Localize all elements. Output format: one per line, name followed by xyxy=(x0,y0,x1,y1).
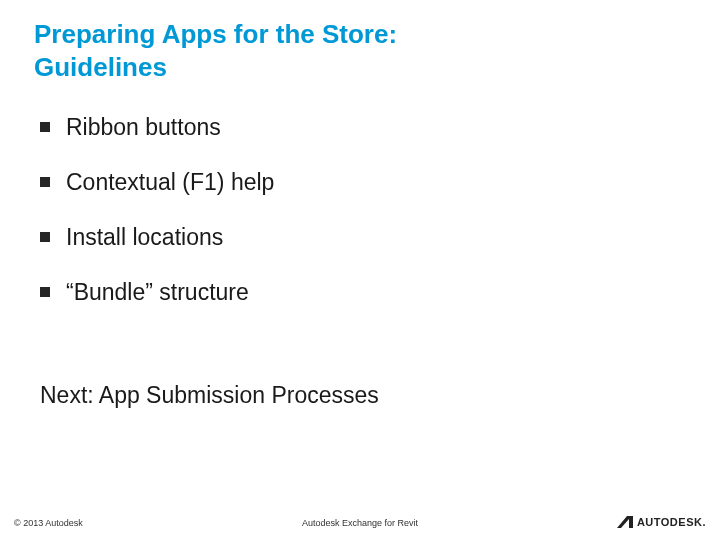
list-item-label: Ribbon buttons xyxy=(66,114,221,141)
list-item: “Bundle” structure xyxy=(40,279,680,306)
bullet-marker xyxy=(40,177,50,187)
list-item: Ribbon buttons xyxy=(40,114,680,141)
bullet-marker xyxy=(40,287,50,297)
list-item-label: Contextual (F1) help xyxy=(66,169,274,196)
bullet-list: Ribbon buttons Contextual (F1) help Inst… xyxy=(40,114,680,334)
next-line: Next: App Submission Processes xyxy=(40,382,379,409)
brand-logo: AUTODESK. xyxy=(617,516,706,528)
copyright-text: © 2013 Autodesk xyxy=(14,518,83,528)
list-item: Contextual (F1) help xyxy=(40,169,680,196)
list-item: Install locations xyxy=(40,224,680,251)
bullet-marker xyxy=(40,122,50,132)
brand-text: AUTODESK. xyxy=(637,516,706,528)
autodesk-icon xyxy=(617,516,633,528)
list-item-label: “Bundle” structure xyxy=(66,279,249,306)
list-item-label: Install locations xyxy=(66,224,223,251)
footer: © 2013 Autodesk Autodesk Exchange for Re… xyxy=(0,508,720,528)
slide-title: Preparing Apps for the Store: Guidelines xyxy=(34,18,397,83)
bullet-marker xyxy=(40,232,50,242)
footer-center-text: Autodesk Exchange for Revit xyxy=(302,518,418,528)
